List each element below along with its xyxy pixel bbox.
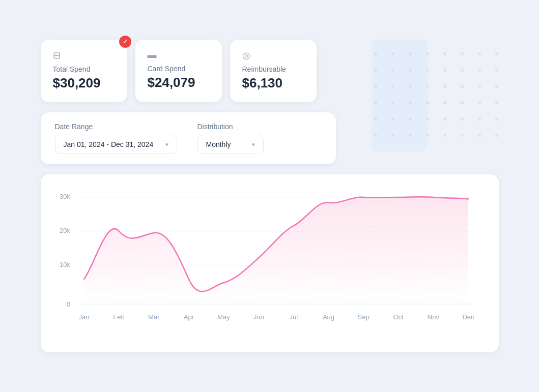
date-range-value: Jan 01, 2024 - Dec 31, 2024 (64, 140, 154, 148)
check-badge: ✓ (119, 36, 131, 48)
svg-text:20k: 20k (60, 227, 70, 234)
svg-text:Jul: Jul (289, 313, 298, 321)
total-spend-value: $30,209 (53, 75, 115, 91)
svg-text:Apr: Apr (183, 313, 194, 321)
card-spend-value: $24,079 (148, 75, 210, 91)
chart-area: 30k 20k 10k 0 (56, 190, 484, 342)
distribution-label: Distribution (197, 123, 264, 131)
filter-row: Date Range Jan 01, 2024 - Dec 31, 2024 ▾… (41, 112, 336, 164)
chart-area-fill (84, 197, 468, 304)
reimbursable-icon: ◎ (242, 50, 304, 61)
distribution-value: Monthly (206, 140, 231, 148)
svg-text:Mar: Mar (148, 313, 160, 321)
metric-cards-row: ✓ ⊟ Total Spend $30,209 ▬ Card Spend $24… (41, 40, 499, 102)
date-range-select[interactable]: Jan 01, 2024 - Dec 31, 2024 ▾ (55, 135, 177, 154)
reimbursable-label: Reimbursable (242, 65, 304, 73)
total-spend-icon: ⊟ (53, 50, 115, 61)
svg-text:Oct: Oct (393, 313, 404, 321)
svg-point-38 (478, 117, 481, 120)
reimbursable-value: $6,130 (242, 75, 304, 91)
distribution-filter-group: Distribution Monthly ▾ (197, 123, 264, 154)
svg-text:Jan: Jan (78, 313, 89, 321)
svg-point-45 (461, 134, 464, 137)
metric-card-total-spend: ✓ ⊟ Total Spend $30,209 (41, 40, 127, 102)
svg-point-36 (443, 117, 446, 120)
total-spend-label: Total Spend (53, 65, 115, 73)
svg-text:0: 0 (66, 300, 70, 308)
svg-text:May: May (217, 313, 230, 321)
date-range-filter-group: Date Range Jan 01, 2024 - Dec 31, 2024 ▾ (55, 123, 177, 154)
distribution-chevron-icon: ▾ (252, 141, 255, 148)
svg-point-37 (461, 117, 464, 120)
svg-point-39 (495, 117, 498, 120)
distribution-select[interactable]: Monthly ▾ (197, 135, 264, 154)
svg-text:Sep: Sep (357, 313, 369, 321)
svg-text:Dec: Dec (462, 313, 474, 321)
svg-text:30k: 30k (60, 193, 70, 200)
line-chart: 30k 20k 10k 0 (56, 190, 484, 342)
date-range-chevron-icon: ▾ (165, 141, 168, 148)
chart-card: 30k 20k 10k 0 (41, 174, 499, 352)
svg-text:10k: 10k (60, 261, 70, 268)
date-range-label: Date Range (55, 123, 177, 131)
svg-point-46 (478, 134, 481, 137)
metric-card-reimbursable: ◎ Reimbursable $6,130 (230, 40, 317, 102)
svg-text:Nov: Nov (427, 313, 439, 321)
svg-point-44 (443, 134, 446, 137)
svg-text:Jun: Jun (253, 313, 264, 321)
svg-text:Aug: Aug (322, 313, 334, 321)
svg-point-47 (495, 134, 498, 137)
metric-card-card-spend: ▬ Card Spend $24,079 (135, 40, 222, 102)
dashboard-container: // dots ✓ ⊟ Total Spend $30,209 ▬ Card S… (41, 40, 499, 352)
svg-text:Feb: Feb (113, 313, 124, 321)
card-spend-label: Card Spend (148, 65, 210, 73)
card-spend-icon: ▬ (148, 50, 210, 61)
